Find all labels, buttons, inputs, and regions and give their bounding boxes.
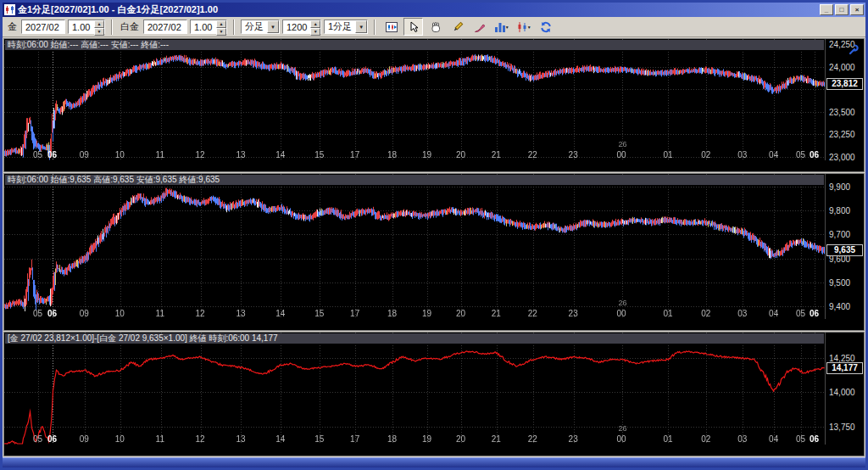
chevron-down-icon: ▼ [527,25,531,30]
x-axis-label: 13 [236,309,245,319]
spread-y-axis: 14,25014,00013,75014,177 [825,333,864,445]
gold-contract-value: 2027/02 [25,22,63,32]
app-window: 金1分足[2027/02]1.00 - 白金1分足[2027/02]1.00 _… [0,0,868,470]
x-axis-label: 22 [528,150,537,160]
x-axis-label: 05 [796,150,805,160]
y-axis-label: 9,500 [829,278,850,288]
gold-multiplier-spinner[interactable]: ▲▼ [94,20,104,33]
x-axis-label: 12 [196,150,205,160]
platinum-multiplier-spinner[interactable]: ▲▼ [216,20,226,33]
platinum-y-axis: 9,9009,8009,7009,6009,5009,4009,635 [825,174,864,319]
interval-value: 1分足 [328,20,355,33]
x-axis-label: 21 [492,434,501,445]
x-axis-label: 17 [350,434,359,445]
bar-count-spinner[interactable]: ▲▼ [310,20,320,33]
gold-chart-canvas[interactable] [4,39,825,160]
x-axis-label: 18 [387,434,397,445]
platinum-multiplier-field[interactable]: 1.00 ▲▼ [190,20,227,34]
brush-tool-button[interactable] [470,18,489,36]
close-button[interactable]: × [850,4,864,15]
candle-chart-type-button[interactable]: ▼ [514,18,533,36]
gold-x-axis: 0506091011121314151718192021222300010203… [4,149,786,160]
app-icon [4,4,15,15]
x-axis-label: 13 [236,150,245,160]
period-type-value: 分足 [245,20,267,33]
select-tool-button[interactable] [403,18,423,36]
toolbar: 金 2027/02 1.00 ▲▼ 白金 2027/02 1.00 ▲▼ 分足 … [3,17,865,37]
spin-down-icon[interactable]: ▼ [310,28,320,36]
spread-plot: [金 27/02 23,812×1.00]-[白金 27/02 9,635×1.… [4,333,825,445]
spread-x-axis: 0506091011121314151718192021222300010203… [4,434,786,445]
minimize-button[interactable]: _ [820,4,833,15]
gold-multiplier-value: 1.00 [72,22,93,32]
current-price-badge: 14,177 [826,362,863,374]
x-axis-label: 02 [701,150,710,160]
x-axis-label: 06 [47,150,57,160]
x-axis-label: 03 [737,434,747,445]
x-axis-label: 14 [275,150,285,160]
x-axis-label: 01 [663,309,672,319]
chart-panel-spread: [金 27/02 23,812×1.00]-[白金 27/02 9,635×1.… [3,332,865,456]
x-axis-label: 04 [769,309,778,319]
gold-info-line: 時刻:06:00 始値:--- 高値:--- 安値:--- 終値:--- [5,40,824,50]
chart-panel-gold: 時刻:06:00 始値:--- 高値:--- 安値:--- 終値:--- 050… [3,38,865,172]
x-axis-label: 18 [387,309,397,319]
platinum-info-line: 時刻:06:00 始値:9,635 高値:9,635 安値:9,635 終値:9… [5,175,824,185]
platinum-contract-field[interactable]: 2027/02 [143,20,187,34]
status-bar [3,457,865,467]
x-axis-label: 17 [350,309,359,319]
interval-dropdown[interactable]: 1分足 ▼ [324,20,368,34]
x-axis-label: 10 [115,434,125,445]
settings-wrench-button[interactable] [845,42,862,57]
current-price-badge: 9,635 [826,244,863,256]
chevron-down-icon[interactable]: ▼ [267,20,279,33]
bar-chart-type-button[interactable]: ▼ [492,18,511,36]
x-axis-label: 14 [275,434,285,445]
bar-count-value: 1200 [287,22,310,32]
x-axis-label: 23 [569,150,578,160]
y-axis-label: 23,500 [829,108,855,117]
date-marker: 26 [619,299,627,307]
x-axis-label: 21 [492,150,501,160]
x-axis-label: 09 [80,434,89,445]
x-axis-label: 19 [422,150,431,160]
gold-label: 金 [8,20,17,33]
bar-count-field[interactable]: 1200 ▲▼ [282,20,321,34]
x-axis-label: 01 [663,434,672,445]
y-axis-label: 13,750 [829,422,855,432]
period-type-dropdown[interactable]: 分足 ▼ [241,20,280,34]
x-axis-label: 05 [33,150,42,160]
x-axis-label: 20 [456,150,465,160]
pencil-tool-button[interactable] [448,18,467,36]
platinum-contract-value: 2027/02 [147,22,185,32]
restore-button[interactable]: □ [835,4,849,15]
y-axis-label: 14,000 [829,388,855,397]
spin-up-icon[interactable]: ▲ [310,20,320,28]
title-bar[interactable]: 金1分足[2027/02]1.00 - 白金1分足[2027/02]1.00 _… [3,3,865,17]
x-axis-label: 20 [456,309,465,319]
x-axis-label: 03 [737,150,747,160]
spin-down-icon[interactable]: ▼ [216,28,226,36]
x-axis-label: 22 [528,309,537,319]
spread-chart-canvas[interactable] [4,333,825,445]
chart-layout-button[interactable] [381,18,401,36]
refresh-button[interactable] [536,18,555,36]
spin-down-icon[interactable]: ▼ [94,28,104,36]
date-marker: 26 [619,140,627,148]
x-axis-label: 23 [569,434,578,445]
x-axis-label: 10 [115,309,125,319]
platinum-chart-canvas[interactable] [4,174,825,319]
spin-up-icon[interactable]: ▲ [94,20,104,28]
spin-up-icon[interactable]: ▲ [216,20,226,28]
gold-contract-field[interactable]: 2027/02 [21,20,65,34]
x-axis-label: 09 [80,309,89,319]
toolbar-separator [374,20,376,35]
gold-multiplier-field[interactable]: 1.00 ▲▼ [68,20,105,34]
chevron-down-icon[interactable]: ▼ [355,20,367,33]
x-axis-label: 05 [796,309,805,319]
toolbar-separator [233,20,235,35]
pan-tool-button[interactable] [426,18,445,36]
x-axis-label: 21 [492,309,501,319]
x-axis-label: 10 [115,150,125,160]
x-axis-label: 14 [275,309,285,319]
